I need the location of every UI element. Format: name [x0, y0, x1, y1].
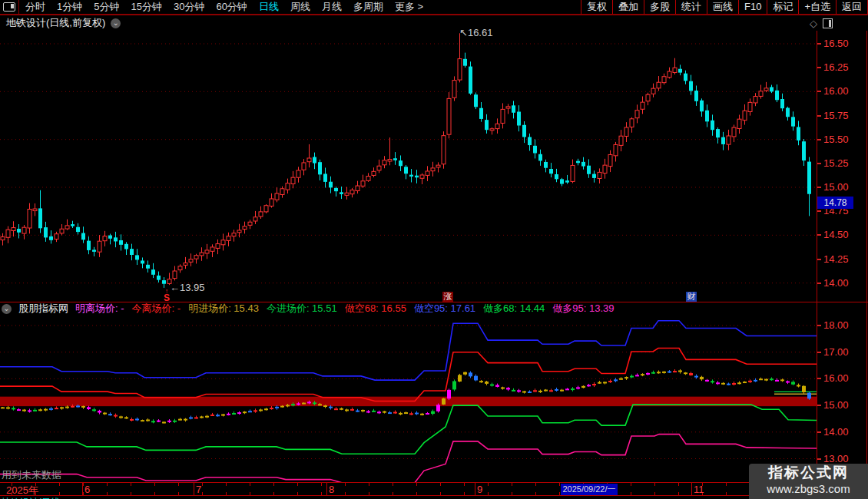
indicator-field-8: 做多95: 13.39	[552, 302, 614, 316]
price-axis-label: 15.00	[823, 181, 849, 193]
toolbar-button-1[interactable]: 复权	[581, 0, 612, 14]
axis-top-border	[0, 482, 868, 483]
indicator-source: 股朋指标网	[18, 302, 68, 316]
time-axis-label: 8	[329, 484, 334, 495]
chart-title-bar: 地铁设计(日线,前复权) ⌄ ◇	[0, 15, 868, 31]
axis-tick	[393, 483, 393, 486]
axis-tick	[273, 483, 274, 486]
indicator-gridlines	[0, 326, 817, 459]
indicator-axis-label: 14.00	[823, 426, 849, 438]
axis-tick	[488, 483, 489, 486]
time-axis-label: 9	[477, 484, 482, 495]
indicator-field-6: 做空95: 17.61	[414, 302, 475, 316]
month-separator	[326, 483, 327, 496]
indicator-line	[0, 349, 817, 402]
indicator-axis-label: 18.00	[823, 319, 849, 331]
toolbar-button-5[interactable]: 画线	[707, 0, 738, 14]
price-axis-label: 14.00	[823, 277, 849, 289]
period-tab-10[interactable]: 多周期	[353, 0, 383, 14]
signal-s-marker: ↑S	[161, 289, 173, 302]
period-tab-7[interactable]: 日线	[259, 0, 279, 14]
indicator-chart[interactable]	[0, 315, 817, 482]
indicator-line	[0, 405, 817, 454]
indicator-axis-label: 17.00	[823, 346, 849, 358]
indicator-line	[0, 321, 817, 380]
axis-tick	[535, 483, 536, 486]
low-annotation: ←13.95	[170, 282, 205, 293]
period-tab-11[interactable]: 更多 >	[395, 0, 423, 14]
axis-tick	[131, 483, 131, 486]
period-tab-3[interactable]: 5分钟	[94, 0, 119, 14]
layout-panel-icon[interactable]	[823, 18, 833, 28]
period-tab-5[interactable]: 30分钟	[174, 0, 204, 14]
indicator-axis-label: 13.00	[823, 453, 849, 464]
mini-candles-layer	[1, 369, 811, 424]
indicator-line	[0, 435, 817, 482]
period-tab-2[interactable]: 1分钟	[57, 0, 82, 14]
axis-tick	[226, 483, 227, 486]
event-badge: 涨	[442, 292, 453, 302]
month-separator	[194, 483, 194, 496]
price-axis-label: 15.25	[823, 157, 849, 169]
indicator-axis-label: 15.00	[823, 399, 849, 411]
axis-tick	[178, 483, 179, 486]
time-axis-label: 6	[84, 484, 90, 495]
toolbar-button-3[interactable]: 多股	[644, 0, 675, 14]
axis-tick	[726, 483, 727, 486]
axis-tick	[654, 483, 655, 486]
future-data-note: 用到未来数据	[2, 468, 61, 482]
indicator-field-2: 今离场价: -	[132, 302, 181, 316]
top-toolbar: 分时1分钟5分钟15分钟30分钟60分钟日线周线月线多周期更多 > 复权叠加多股…	[0, 0, 868, 15]
period-tab-6[interactable]: 60分钟	[216, 0, 247, 14]
period-tab-8[interactable]: 周线	[290, 0, 310, 14]
axis-tick	[678, 483, 679, 486]
month-separator	[691, 483, 692, 496]
main-gridlines	[0, 44, 817, 283]
axis-tick	[297, 483, 298, 486]
axis-tick	[440, 483, 441, 486]
indicator-field-4: 今进场价: 15.51	[267, 302, 337, 316]
time-axis-label: 11	[694, 484, 704, 495]
toolbar-button-8[interactable]: +自选	[798, 0, 836, 14]
stock-title: 地铁设计(日线,前复权)	[6, 16, 105, 30]
axis-tick	[464, 483, 465, 486]
axis-tick	[345, 483, 346, 486]
window-right-border	[866, 31, 867, 496]
toolbar-button-7[interactable]: 标记	[767, 0, 798, 14]
chevron-down-circle-icon[interactable]: ⌄	[2, 304, 12, 314]
period-tab-9[interactable]: 月线	[322, 0, 342, 14]
axis-tick	[59, 483, 60, 486]
last-price-badge: 14.78	[817, 197, 853, 209]
axis-tick	[512, 483, 512, 486]
indicator-axis-label: 16.00	[823, 372, 849, 384]
axis-tick	[369, 483, 369, 486]
price-axis-label: 16.25	[823, 61, 849, 73]
watermark-url: www.zbgs3.com	[749, 482, 868, 496]
candles-layer	[1, 33, 811, 288]
diamond-icon[interactable]: ◇	[810, 18, 817, 29]
indicator-field-1: 明离场价: -	[75, 302, 124, 316]
toolbar-button-9[interactable]: 返回	[836, 0, 868, 14]
price-axis-label: 15.50	[823, 134, 849, 145]
axis-tick	[107, 483, 108, 486]
axis-tick	[559, 483, 560, 486]
watermark: 指标公式网 www.zbgs3.com	[749, 464, 868, 499]
watermark-title: 指标公式网	[749, 464, 868, 482]
axis-tick	[416, 483, 417, 486]
period-tab-4[interactable]: 15分钟	[131, 0, 161, 14]
period-tab-1[interactable]: 分时	[25, 0, 45, 14]
price-axis-label: 15.75	[823, 110, 849, 121]
price-axis-label: 16.00	[823, 85, 849, 97]
chevron-down-circle-icon[interactable]: ⌄	[111, 18, 121, 28]
axis-tick	[321, 483, 322, 486]
toolbar-button-6[interactable]: F10	[738, 0, 767, 14]
toolbar-button-4[interactable]: 统计	[675, 0, 707, 14]
window-split-icon[interactable]	[0, 0, 19, 14]
indicator-values: 明离场价: -今离场价: -明进场价: 15.43今进场价: 15.51做空68…	[75, 302, 615, 316]
axis-tick	[202, 483, 203, 486]
price-axis-label: 14.25	[823, 253, 849, 265]
price-axis-label: 16.50	[823, 38, 849, 49]
indicator-field-7: 做多68: 14.44	[483, 302, 545, 316]
toolbar-button-2[interactable]: 叠加	[612, 0, 644, 14]
main-candlestick-chart[interactable]	[0, 31, 817, 302]
